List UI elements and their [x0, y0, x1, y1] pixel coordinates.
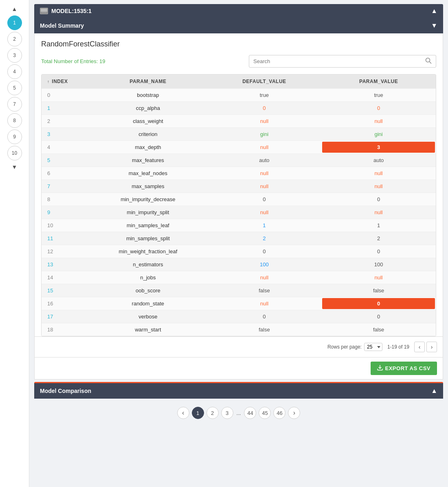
table-row: 9min_impurity_splitnullnull [42, 206, 436, 219]
cell-param-name: min_impurity_decrease [89, 193, 207, 206]
cell-default-value: 2 [207, 232, 322, 245]
page-prev-btn[interactable]: ‹ [414, 342, 425, 352]
svg-line-4 [430, 62, 432, 64]
cell-index: 16 [42, 297, 89, 310]
sidebar-item-5[interactable]: 5 [7, 81, 22, 95]
cell-param-value: 0 [321, 310, 436, 323]
sidebar-item-8[interactable]: 8 [7, 113, 22, 128]
bottom-page-1-btn[interactable]: 1 [192, 407, 204, 419]
col-param-value[interactable]: PARAM_VALUE [321, 75, 436, 89]
sidebar-item-3[interactable]: 3 [7, 48, 22, 63]
model-header-collapse-icon[interactable]: ▲ [431, 7, 437, 15]
cell-param-name: oob_score [89, 284, 207, 297]
sidebar-arrow-down[interactable]: ▼ [10, 162, 19, 172]
cell-index: 7 [42, 180, 89, 193]
cell-param-value: 0 [321, 297, 436, 310]
sidebar-item-7[interactable]: 7 [7, 97, 22, 112]
sidebar-item-10[interactable]: 10 [7, 146, 22, 160]
cell-index: 12 [42, 245, 89, 258]
col-default-value[interactable]: DEFAULT_VALUE [207, 75, 322, 89]
bottom-pagination: ‹ 1 2 3 ... 44 45 46 › [34, 402, 443, 424]
cell-param-value: auto [321, 154, 436, 167]
model-summary-collapse-icon[interactable]: ▼ [431, 22, 437, 29]
cell-index: 17 [42, 310, 89, 323]
sidebar-arrow-up[interactable]: ▲ [10, 4, 19, 14]
sidebar-item-9[interactable]: 9 [7, 129, 22, 144]
bottom-page-44-btn[interactable]: 44 [244, 407, 256, 419]
rows-per-page: Rows per page: 25 50 100 [327, 343, 382, 351]
cell-index: 3 [42, 128, 89, 141]
rows-per-page-select[interactable]: 25 50 100 [364, 343, 382, 351]
export-btn-label: EXPORT AS CSV [385, 365, 430, 371]
sidebar-item-2[interactable]: 2 [7, 32, 22, 46]
cell-default-value: null [207, 271, 322, 284]
cell-default-value: null [207, 297, 322, 310]
model-header: MODEL:1535:1 ▲ [34, 4, 443, 18]
cell-param-name: criterion [89, 128, 207, 141]
rows-per-page-label: Rows per page: [327, 344, 362, 350]
cell-param-value: 0 [321, 245, 436, 258]
cell-default-value: null [207, 167, 322, 180]
col-param-name[interactable]: PARAM_NAME [89, 75, 207, 89]
cell-default-value: false [207, 323, 322, 336]
page-nav: ‹ › [414, 342, 437, 352]
page-next-btn[interactable]: › [426, 342, 437, 352]
cell-param-value: 3 [321, 141, 436, 154]
sidebar-item-4[interactable]: 4 [7, 64, 22, 79]
cell-default-value: 0 [207, 245, 322, 258]
col-index[interactable]: ↑ INDEX [42, 75, 89, 89]
download-icon [377, 365, 383, 372]
model-title: MODEL:1535:1 [51, 8, 92, 14]
cell-param-name: max_samples [89, 180, 207, 193]
bottom-page-45-btn[interactable]: 45 [259, 407, 271, 419]
cell-param-value: null [321, 167, 436, 180]
svg-point-3 [426, 58, 430, 62]
cell-index: 15 [42, 284, 89, 297]
summary-panel: RandomForestClassifier Total Number of E… [34, 33, 443, 337]
cell-index: 14 [42, 271, 89, 284]
bottom-page-next-btn[interactable]: › [288, 407, 300, 419]
table-row: 3criterionginigini [42, 128, 436, 141]
cell-default-value: 0 [207, 310, 322, 323]
sidebar-item-1[interactable]: 1 [7, 15, 22, 30]
cell-default-value: gini [207, 128, 322, 141]
export-csv-button[interactable]: EXPORT AS CSV [371, 362, 437, 375]
cell-param-value: 1 [321, 219, 436, 232]
cell-param-name: class_weight [89, 115, 207, 128]
table-header-row: ↑ INDEX PARAM_NAME DEFAULT_VALUE PARAM_V… [42, 75, 436, 89]
params-table-container: ↑ INDEX PARAM_NAME DEFAULT_VALUE PARAM_V… [41, 74, 436, 336]
cell-param-value: null [321, 271, 436, 284]
cell-default-value: 1 [207, 219, 322, 232]
bottom-page-2-btn[interactable]: 2 [206, 407, 219, 419]
cell-index: 4 [42, 141, 89, 154]
table-row: 18warm_startfalsefalse [42, 323, 436, 336]
cell-default-value: false [207, 284, 322, 297]
cell-param-name: min_impurity_split [89, 206, 207, 219]
cell-param-name: random_state [89, 297, 207, 310]
cell-param-name: n_estimators [89, 258, 207, 271]
table-row: 16random_statenull0 [42, 297, 436, 310]
model-comparison-collapse-icon[interactable]: ▲ [431, 387, 437, 395]
search-box[interactable] [249, 55, 436, 68]
table-row: 0bootstraptruetrue [42, 89, 436, 102]
table-row: 6max_leaf_nodesnullnull [42, 167, 436, 180]
search-input[interactable] [253, 58, 425, 64]
model-comparison-header: Model Comparison ▲ [34, 382, 443, 399]
cell-param-value: null [321, 115, 436, 128]
cell-default-value: auto [207, 154, 322, 167]
params-table: ↑ INDEX PARAM_NAME DEFAULT_VALUE PARAM_V… [42, 75, 436, 336]
cell-param-value: gini [321, 128, 436, 141]
cell-index: 13 [42, 258, 89, 271]
col-index-label: INDEX [52, 79, 68, 84]
table-row: 5max_featuresautoauto [42, 154, 436, 167]
cell-param-name: max_depth [89, 141, 207, 154]
export-area: EXPORT AS CSV [34, 358, 443, 380]
bottom-page-3-btn[interactable]: 3 [221, 407, 233, 419]
cell-param-value: null [321, 180, 436, 193]
toolbar: Total Number of Entries: 19 [41, 55, 436, 69]
table-row: 1ccp_alpha00 [42, 102, 436, 115]
table-row: 4max_depthnull3 [42, 141, 436, 154]
cell-param-name: ccp_alpha [89, 102, 207, 115]
bottom-page-46-btn[interactable]: 46 [273, 407, 285, 419]
bottom-page-prev-btn[interactable]: ‹ [177, 407, 189, 419]
